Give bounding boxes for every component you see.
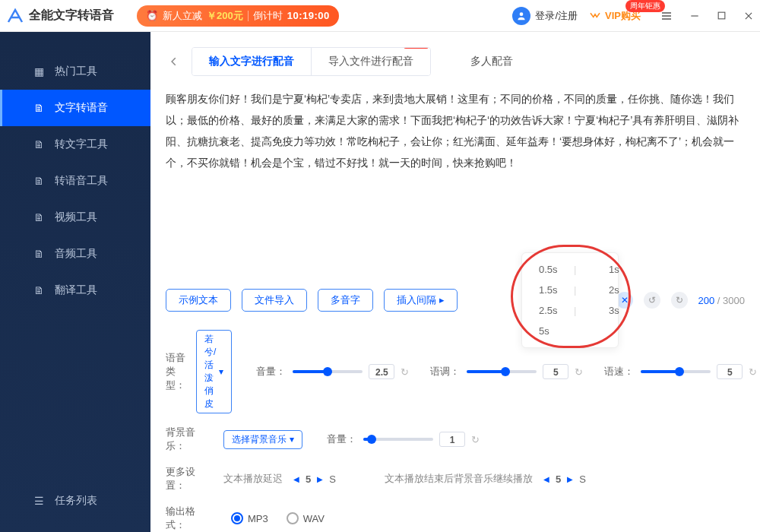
interval-label: 插入间隔 xyxy=(397,294,436,306)
volume-value[interactable]: 2.5 xyxy=(369,364,394,379)
delay-value: 5 xyxy=(306,473,311,485)
promo-countdown: 10:19:00 xyxy=(287,10,330,21)
back-button[interactable] xyxy=(166,53,182,70)
decrease-button[interactable]: ◀ xyxy=(293,475,299,483)
interval-option[interactable]: 1s xyxy=(609,264,630,275)
format-wav-label: WAV xyxy=(303,513,325,524)
bgm-select[interactable]: 选择背景音乐▾ xyxy=(223,430,302,449)
bgm-after-unit: S xyxy=(579,473,586,485)
sidebar-item-label: 热门工具 xyxy=(55,65,97,78)
bgm-vol-value[interactable]: 1 xyxy=(439,432,465,447)
text-editor[interactable]: 顾客朋友你们好！我们是宁夏‘枸杞’专卖店，来到贵地大展销！这里有；不同的价格，不… xyxy=(166,88,745,286)
sidebar-item-translate[interactable]: 🗎翻译工具 xyxy=(0,272,150,309)
menu-icon[interactable] xyxy=(660,10,673,22)
polyphone-button[interactable]: 多音字 xyxy=(318,289,373,312)
sidebar-item-label: 视频工具 xyxy=(55,211,97,224)
sidebar-item-totext[interactable]: 🗎转文字工具 xyxy=(0,126,150,163)
bgm-volume-slider[interactable] xyxy=(363,438,433,441)
reset-icon[interactable]: ↻ xyxy=(575,366,583,378)
interval-option[interactable]: 2s xyxy=(609,284,630,296)
tab-type-text[interactable]: 输入文字进行配音 xyxy=(192,48,311,75)
svg-point-0 xyxy=(520,12,524,16)
radio-icon xyxy=(287,512,299,524)
title-bar: 全能文字转语音 ⏰ 新人立减 ￥200元 倒计时 10:19:00 登录/注册 … xyxy=(0,0,760,32)
tab-label: 输入文字进行配音 xyxy=(209,55,294,67)
task-list-button[interactable]: ☰任务列表 xyxy=(0,483,150,518)
mode-tabs: 输入文字进行配音 导入文件进行配音 HOT xyxy=(192,47,431,76)
undo-button[interactable]: ↺ xyxy=(644,292,660,309)
window-controls xyxy=(660,10,754,22)
login-button[interactable]: 登录/注册 xyxy=(512,7,578,25)
interval-option[interactable]: 0.5s xyxy=(539,264,560,275)
main-panel: 输入文字进行配音 导入文件进行配音 HOT 多人配音 顾客朋友你们好！我们是宁夏… xyxy=(150,32,760,532)
format-label: 输出格式： xyxy=(166,505,213,532)
app-title: 全能文字转语音 xyxy=(29,8,114,24)
sidebar-item-tovoice[interactable]: 🗎转语音工具 xyxy=(0,163,150,199)
sample-text-button[interactable]: 示例文本 xyxy=(166,289,231,312)
bgm-vol-label: 音量： xyxy=(327,432,357,446)
sidebar-item-tts[interactable]: 🗎文字转语音 xyxy=(0,90,150,126)
volume-label: 音量： xyxy=(256,365,287,378)
speed-value[interactable]: 5 xyxy=(717,364,743,379)
increase-button[interactable]: ▶ xyxy=(567,475,573,483)
promo-cd-label: 倒计时 xyxy=(253,9,283,23)
delay-stepper: ◀ 5 ▶ S xyxy=(293,473,336,485)
volume-slider[interactable] xyxy=(293,370,363,373)
bgm-value: 选择背景音乐 xyxy=(232,433,287,446)
promo-banner[interactable]: ⏰ 新人立减 ￥200元 倒计时 10:19:00 xyxy=(137,5,339,27)
vip-button[interactable]: VIP购买 周年钜惠 xyxy=(588,9,641,23)
sidebar: ▦热门工具 🗎文字转语音 🗎转文字工具 🗎转语音工具 🗎视频工具 🗎音频工具 🗎… xyxy=(0,32,150,532)
radio-checked-icon xyxy=(231,512,243,524)
chevron-down-icon: ▾ xyxy=(219,366,223,377)
insert-interval-button[interactable]: 插入间隔 ▸ xyxy=(384,289,458,312)
reset-icon[interactable]: ↻ xyxy=(401,366,409,378)
promo-amount: ￥200元 xyxy=(207,9,243,23)
speed-slider[interactable] xyxy=(641,370,711,373)
chevron-down-icon: ▾ xyxy=(290,434,294,445)
increase-button[interactable]: ▶ xyxy=(317,475,323,483)
sidebar-item-hot[interactable]: ▦热门工具 xyxy=(0,53,150,90)
format-mp3-radio[interactable]: MP3 xyxy=(231,512,268,524)
settings-panel: 语音类型： 若兮/活泼俏皮▾ 音量： 2.5 ↻ 语调： 5 ↻ 语速： 5 ↻ xyxy=(166,330,745,532)
voice-type-select[interactable]: 若兮/活泼俏皮▾ xyxy=(196,330,232,413)
bgm-after-value: 5 xyxy=(556,473,561,485)
tab-import-file[interactable]: 导入文件进行配音 HOT xyxy=(311,48,430,75)
maximize-button[interactable] xyxy=(717,11,727,21)
format-wav-radio[interactable]: WAV xyxy=(287,512,325,524)
interval-popup: 0.5s|1s 1.5s|2s 2.5s|3s 5s xyxy=(521,252,619,348)
vip-icon xyxy=(588,9,602,23)
speed-label: 语速： xyxy=(604,365,635,378)
interval-option[interactable]: 2.5s xyxy=(539,305,560,316)
logo-icon xyxy=(6,7,24,25)
redo-button[interactable]: ↻ xyxy=(671,292,688,309)
pitch-value[interactable]: 5 xyxy=(543,364,568,379)
interval-option[interactable]: 5s xyxy=(539,325,560,337)
reset-icon[interactable]: ↻ xyxy=(471,434,480,445)
minimize-button[interactable] xyxy=(689,11,700,21)
sidebar-item-audio[interactable]: 🗎音频工具 xyxy=(0,236,150,272)
decrease-button[interactable]: ◀ xyxy=(543,475,549,483)
sidebar-item-label: 转语音工具 xyxy=(55,174,108,188)
close-button[interactable] xyxy=(743,11,754,21)
video-icon: 🗎 xyxy=(32,211,46,224)
interval-option[interactable]: 3s xyxy=(609,305,630,316)
sidebar-item-label: 转文字工具 xyxy=(55,138,108,151)
task-list-label: 任务列表 xyxy=(55,494,97,508)
pitch-slider[interactable] xyxy=(467,370,537,373)
svg-rect-1 xyxy=(718,12,725,19)
delay-unit: S xyxy=(329,473,336,485)
reset-icon[interactable]: ↻ xyxy=(749,366,757,378)
file-import-button[interactable]: 文件导入 xyxy=(242,289,307,312)
pitch-label: 语调： xyxy=(430,365,461,378)
sidebar-item-video[interactable]: 🗎视频工具 xyxy=(0,199,150,236)
speaker-icon: 🗎 xyxy=(32,174,46,188)
tab-multivoice[interactable]: 多人配音 xyxy=(470,55,513,68)
interval-option[interactable]: 1.5s xyxy=(539,284,560,296)
tts-icon: 🗎 xyxy=(32,101,46,115)
tab-label: 导入文件进行配音 xyxy=(328,55,413,67)
doc-icon: 🗎 xyxy=(32,138,46,151)
voice-type-value: 若兮/活泼俏皮 xyxy=(204,333,216,410)
sidebar-item-label: 音频工具 xyxy=(55,247,97,261)
promo-sep xyxy=(248,11,249,21)
char-current: 200 xyxy=(698,295,715,306)
